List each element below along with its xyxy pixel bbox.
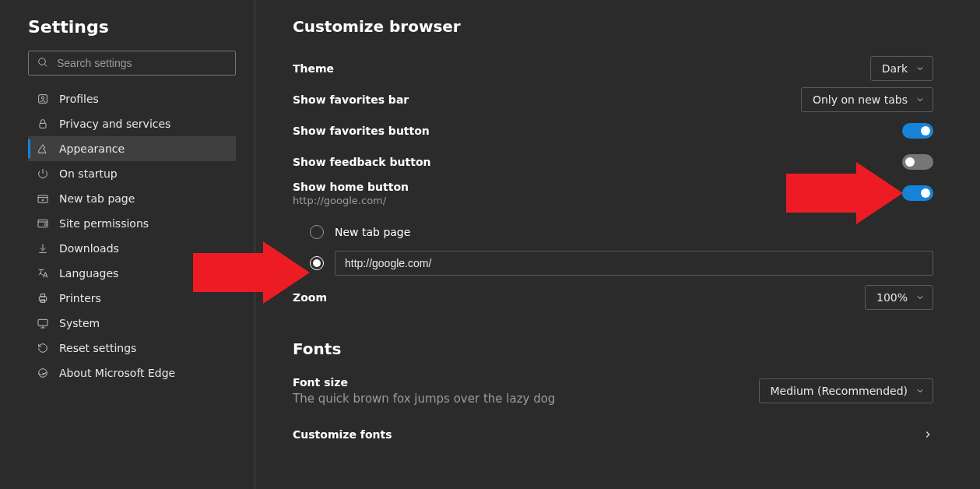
home-radio-url[interactable] [310,256,324,270]
fonts-heading: Fonts [293,339,933,358]
home-radio-newtab-label: New tab page [335,226,410,238]
permissions-icon [36,216,50,230]
font-size-label: Font size [293,376,555,389]
system-icon [36,316,50,330]
zoom-label: Zoom [293,291,327,304]
customize-fonts-label: Customize fonts [293,428,392,441]
theme-dropdown[interactable]: Dark [870,56,933,81]
printer-icon [36,291,50,305]
profile-icon [36,92,50,106]
search-icon [37,56,49,71]
reset-icon [36,341,50,355]
sidebar-item-reset[interactable]: Reset settings [28,336,236,361]
chevron-down-icon [915,95,925,104]
favorites-bar-label: Show favorites bar [293,93,409,106]
sidebar-item-label: Site permissions [59,217,149,230]
appearance-icon [36,142,50,156]
svg-point-3 [41,97,44,99]
sidebar-item-label: Appearance [59,142,125,155]
settings-sidebar: Settings Profiles Privacy and services A… [0,0,255,489]
theme-label: Theme [293,62,334,75]
sidebar-item-label: Downloads [59,242,119,255]
sidebar-item-downloads[interactable]: Downloads [28,236,236,261]
power-icon [36,167,50,181]
sidebar-item-profiles[interactable]: Profiles [28,86,236,111]
lock-icon [36,117,50,131]
sidebar-item-label: About Microsoft Edge [59,367,175,379]
sidebar-item-label: On startup [59,167,118,180]
sidebar-item-label: Printers [59,292,101,304]
svg-rect-4 [40,123,46,128]
chevron-down-icon [915,386,925,396]
sidebar-item-about[interactable]: About Microsoft Edge [28,361,236,385]
home-button-sub: http://google.com/ [293,195,409,206]
svg-point-11 [44,223,47,226]
chevron-down-icon [915,64,925,73]
sidebar-item-newtab[interactable]: New tab page [28,186,236,211]
search-input[interactable] [57,57,227,69]
sidebar-item-appearance[interactable]: Appearance [28,136,236,161]
feedback-button-toggle[interactable] [902,154,933,170]
edge-icon [36,366,50,380]
svg-rect-14 [40,294,44,297]
svg-line-1 [44,64,47,66]
svg-rect-16 [38,319,47,325]
language-icon [36,266,50,280]
favorites-bar-value: Only on new tabs [813,93,908,106]
sidebar-item-languages[interactable]: Languages [28,261,236,286]
favorites-button-toggle[interactable] [902,123,933,139]
customize-heading: Customize browser [293,17,933,36]
chevron-down-icon [915,293,925,302]
sidebar-item-label: Languages [59,267,118,280]
chevron-right-icon [922,429,933,440]
font-size-value: Medium (Recommended) [771,385,908,397]
sidebar-item-system[interactable]: System [28,311,236,336]
svg-point-0 [39,58,46,65]
newtab-icon [36,192,50,206]
customize-fonts-row[interactable]: Customize fonts [293,419,933,450]
font-preview: The quick brown fox jumps over the lazy … [293,392,555,406]
theme-value: Dark [882,62,908,75]
sidebar-item-label: Reset settings [59,342,136,354]
sidebar-item-sitepermissions[interactable]: Site permissions [28,211,236,236]
favorites-bar-dropdown[interactable]: Only on new tabs [801,87,933,112]
home-url-input[interactable] [335,251,933,276]
download-icon [36,241,50,255]
settings-title: Settings [0,17,255,51]
feedback-button-label: Show feedback button [293,156,431,168]
sidebar-item-startup[interactable]: On startup [28,161,236,186]
svg-rect-13 [39,297,46,301]
sidebar-item-printers[interactable]: Printers [28,286,236,311]
home-radio-newtab[interactable] [310,225,324,239]
sidebar-item-label: System [59,317,100,329]
settings-main: Customize browser Theme Dark Show favori… [255,0,980,489]
favorites-button-label: Show favorites button [293,125,430,137]
home-button-label: Show home button [293,181,409,193]
sidebar-item-label: Profiles [59,93,99,105]
home-button-toggle[interactable] [902,185,933,201]
sidebar-item-privacy[interactable]: Privacy and services [28,111,236,136]
zoom-value: 100% [876,291,908,304]
sidebar-item-label: New tab page [59,192,135,205]
zoom-dropdown[interactable]: 100% [865,285,933,310]
sidebar-item-label: Privacy and services [59,118,170,130]
font-size-dropdown[interactable]: Medium (Recommended) [759,378,933,403]
search-settings[interactable] [28,51,236,76]
